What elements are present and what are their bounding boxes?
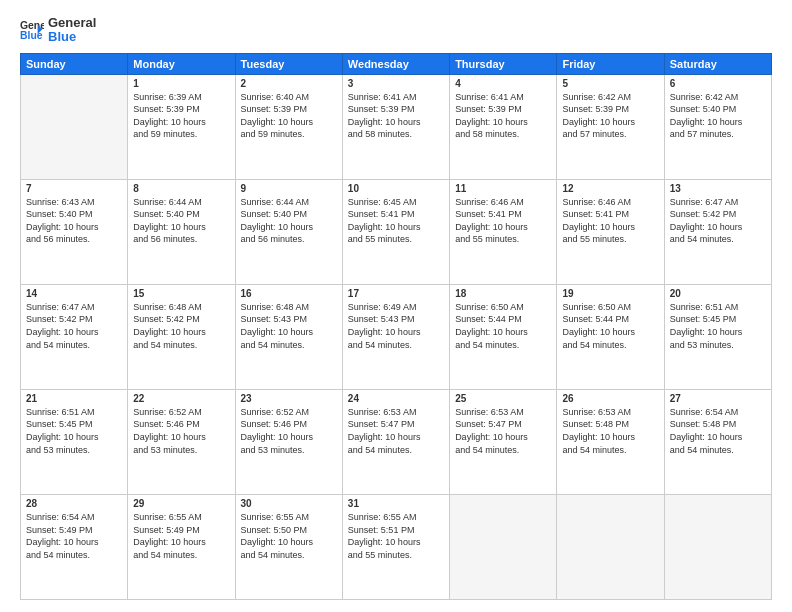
calendar-cell <box>664 494 771 599</box>
day-info: Sunrise: 6:46 AM Sunset: 5:41 PM Dayligh… <box>455 196 551 246</box>
day-info: Sunrise: 6:53 AM Sunset: 5:47 PM Dayligh… <box>348 406 444 456</box>
day-info: Sunrise: 6:41 AM Sunset: 5:39 PM Dayligh… <box>348 91 444 141</box>
calendar-cell: 5Sunrise: 6:42 AM Sunset: 5:39 PM Daylig… <box>557 74 664 179</box>
day-info: Sunrise: 6:51 AM Sunset: 5:45 PM Dayligh… <box>670 301 766 351</box>
calendar-cell: 18Sunrise: 6:50 AM Sunset: 5:44 PM Dayli… <box>450 284 557 389</box>
day-info: Sunrise: 6:49 AM Sunset: 5:43 PM Dayligh… <box>348 301 444 351</box>
calendar-cell: 20Sunrise: 6:51 AM Sunset: 5:45 PM Dayli… <box>664 284 771 389</box>
day-number: 8 <box>133 183 229 194</box>
day-number: 17 <box>348 288 444 299</box>
day-number: 16 <box>241 288 337 299</box>
day-number: 31 <box>348 498 444 509</box>
day-number: 2 <box>241 78 337 89</box>
calendar-header-row: SundayMondayTuesdayWednesdayThursdayFrid… <box>21 53 772 74</box>
day-number: 22 <box>133 393 229 404</box>
day-number: 24 <box>348 393 444 404</box>
calendar-header-tuesday: Tuesday <box>235 53 342 74</box>
calendar-cell: 26Sunrise: 6:53 AM Sunset: 5:48 PM Dayli… <box>557 389 664 494</box>
calendar-cell: 11Sunrise: 6:46 AM Sunset: 5:41 PM Dayli… <box>450 179 557 284</box>
day-number: 30 <box>241 498 337 509</box>
calendar-cell: 4Sunrise: 6:41 AM Sunset: 5:39 PM Daylig… <box>450 74 557 179</box>
day-number: 1 <box>133 78 229 89</box>
day-number: 4 <box>455 78 551 89</box>
day-info: Sunrise: 6:46 AM Sunset: 5:41 PM Dayligh… <box>562 196 658 246</box>
calendar-cell: 15Sunrise: 6:48 AM Sunset: 5:42 PM Dayli… <box>128 284 235 389</box>
day-number: 13 <box>670 183 766 194</box>
day-info: Sunrise: 6:50 AM Sunset: 5:44 PM Dayligh… <box>562 301 658 351</box>
calendar-cell: 13Sunrise: 6:47 AM Sunset: 5:42 PM Dayli… <box>664 179 771 284</box>
calendar-cell: 27Sunrise: 6:54 AM Sunset: 5:48 PM Dayli… <box>664 389 771 494</box>
day-info: Sunrise: 6:52 AM Sunset: 5:46 PM Dayligh… <box>241 406 337 456</box>
day-info: Sunrise: 6:39 AM Sunset: 5:39 PM Dayligh… <box>133 91 229 141</box>
calendar-cell: 31Sunrise: 6:55 AM Sunset: 5:51 PM Dayli… <box>342 494 449 599</box>
calendar-cell: 30Sunrise: 6:55 AM Sunset: 5:50 PM Dayli… <box>235 494 342 599</box>
calendar-cell <box>557 494 664 599</box>
header: General Blue General Blue <box>20 16 772 45</box>
calendar-cell: 1Sunrise: 6:39 AM Sunset: 5:39 PM Daylig… <box>128 74 235 179</box>
day-info: Sunrise: 6:47 AM Sunset: 5:42 PM Dayligh… <box>26 301 122 351</box>
calendar-week-row-1: 1Sunrise: 6:39 AM Sunset: 5:39 PM Daylig… <box>21 74 772 179</box>
day-info: Sunrise: 6:52 AM Sunset: 5:46 PM Dayligh… <box>133 406 229 456</box>
day-info: Sunrise: 6:41 AM Sunset: 5:39 PM Dayligh… <box>455 91 551 141</box>
logo-text-blue: Blue <box>48 30 96 44</box>
calendar-header-wednesday: Wednesday <box>342 53 449 74</box>
calendar-cell: 17Sunrise: 6:49 AM Sunset: 5:43 PM Dayli… <box>342 284 449 389</box>
day-number: 20 <box>670 288 766 299</box>
day-info: Sunrise: 6:54 AM Sunset: 5:49 PM Dayligh… <box>26 511 122 561</box>
day-number: 3 <box>348 78 444 89</box>
calendar-week-row-3: 14Sunrise: 6:47 AM Sunset: 5:42 PM Dayli… <box>21 284 772 389</box>
calendar-header-saturday: Saturday <box>664 53 771 74</box>
logo-icon: General Blue <box>20 18 44 42</box>
day-info: Sunrise: 6:44 AM Sunset: 5:40 PM Dayligh… <box>133 196 229 246</box>
calendar-header-sunday: Sunday <box>21 53 128 74</box>
day-number: 18 <box>455 288 551 299</box>
calendar-cell: 28Sunrise: 6:54 AM Sunset: 5:49 PM Dayli… <box>21 494 128 599</box>
calendar-cell: 14Sunrise: 6:47 AM Sunset: 5:42 PM Dayli… <box>21 284 128 389</box>
day-info: Sunrise: 6:42 AM Sunset: 5:39 PM Dayligh… <box>562 91 658 141</box>
day-number: 10 <box>348 183 444 194</box>
day-info: Sunrise: 6:53 AM Sunset: 5:48 PM Dayligh… <box>562 406 658 456</box>
day-number: 26 <box>562 393 658 404</box>
calendar-cell: 21Sunrise: 6:51 AM Sunset: 5:45 PM Dayli… <box>21 389 128 494</box>
calendar-cell: 16Sunrise: 6:48 AM Sunset: 5:43 PM Dayli… <box>235 284 342 389</box>
day-info: Sunrise: 6:44 AM Sunset: 5:40 PM Dayligh… <box>241 196 337 246</box>
calendar-cell: 8Sunrise: 6:44 AM Sunset: 5:40 PM Daylig… <box>128 179 235 284</box>
page: General Blue General Blue SundayMondayTu… <box>0 0 792 612</box>
day-info: Sunrise: 6:54 AM Sunset: 5:48 PM Dayligh… <box>670 406 766 456</box>
calendar-cell: 6Sunrise: 6:42 AM Sunset: 5:40 PM Daylig… <box>664 74 771 179</box>
day-number: 25 <box>455 393 551 404</box>
calendar-cell: 19Sunrise: 6:50 AM Sunset: 5:44 PM Dayli… <box>557 284 664 389</box>
day-info: Sunrise: 6:43 AM Sunset: 5:40 PM Dayligh… <box>26 196 122 246</box>
calendar-cell: 3Sunrise: 6:41 AM Sunset: 5:39 PM Daylig… <box>342 74 449 179</box>
calendar-cell: 22Sunrise: 6:52 AM Sunset: 5:46 PM Dayli… <box>128 389 235 494</box>
calendar-week-row-5: 28Sunrise: 6:54 AM Sunset: 5:49 PM Dayli… <box>21 494 772 599</box>
day-info: Sunrise: 6:48 AM Sunset: 5:43 PM Dayligh… <box>241 301 337 351</box>
calendar-week-row-4: 21Sunrise: 6:51 AM Sunset: 5:45 PM Dayli… <box>21 389 772 494</box>
calendar-cell: 25Sunrise: 6:53 AM Sunset: 5:47 PM Dayli… <box>450 389 557 494</box>
day-number: 19 <box>562 288 658 299</box>
day-number: 9 <box>241 183 337 194</box>
day-info: Sunrise: 6:55 AM Sunset: 5:50 PM Dayligh… <box>241 511 337 561</box>
day-info: Sunrise: 6:55 AM Sunset: 5:49 PM Dayligh… <box>133 511 229 561</box>
day-number: 15 <box>133 288 229 299</box>
calendar-cell <box>21 74 128 179</box>
logo: General Blue General Blue <box>20 16 96 45</box>
calendar-cell: 10Sunrise: 6:45 AM Sunset: 5:41 PM Dayli… <box>342 179 449 284</box>
calendar-cell: 24Sunrise: 6:53 AM Sunset: 5:47 PM Dayli… <box>342 389 449 494</box>
day-info: Sunrise: 6:50 AM Sunset: 5:44 PM Dayligh… <box>455 301 551 351</box>
day-info: Sunrise: 6:48 AM Sunset: 5:42 PM Dayligh… <box>133 301 229 351</box>
day-number: 7 <box>26 183 122 194</box>
day-number: 5 <box>562 78 658 89</box>
logo-text-general: General <box>48 16 96 30</box>
day-number: 14 <box>26 288 122 299</box>
day-number: 29 <box>133 498 229 509</box>
calendar-cell: 23Sunrise: 6:52 AM Sunset: 5:46 PM Dayli… <box>235 389 342 494</box>
day-info: Sunrise: 6:51 AM Sunset: 5:45 PM Dayligh… <box>26 406 122 456</box>
day-info: Sunrise: 6:45 AM Sunset: 5:41 PM Dayligh… <box>348 196 444 246</box>
calendar-header-thursday: Thursday <box>450 53 557 74</box>
calendar-cell: 29Sunrise: 6:55 AM Sunset: 5:49 PM Dayli… <box>128 494 235 599</box>
day-number: 11 <box>455 183 551 194</box>
day-number: 12 <box>562 183 658 194</box>
day-number: 28 <box>26 498 122 509</box>
calendar-header-monday: Monday <box>128 53 235 74</box>
